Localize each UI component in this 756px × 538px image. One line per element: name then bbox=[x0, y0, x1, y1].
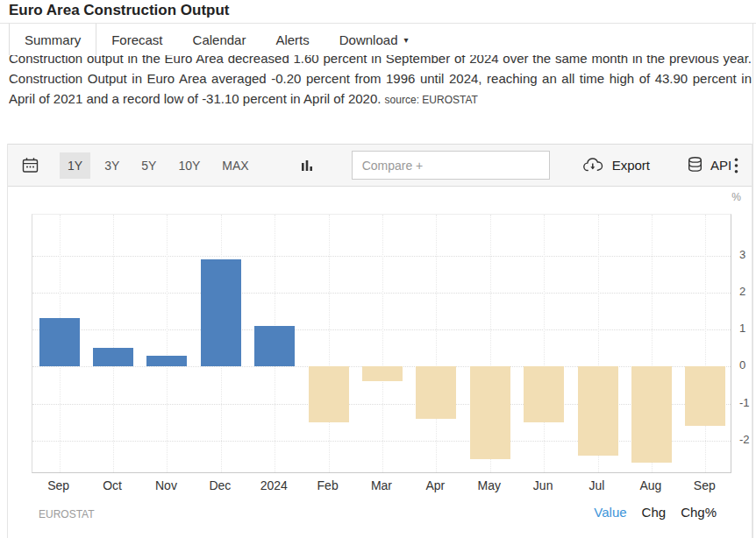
v-gridline bbox=[167, 215, 168, 472]
api-label: API bbox=[710, 158, 731, 173]
tab-bar: SummaryForecastCalendarAlertsDownload▾ bbox=[0, 24, 752, 55]
bar-feb[interactable] bbox=[309, 366, 349, 421]
range-button-max[interactable]: MAX bbox=[214, 152, 256, 179]
export-button[interactable]: Export bbox=[581, 157, 650, 173]
summary-text: Construction output in the Euro Area dec… bbox=[9, 55, 752, 106]
x-axis-label: Nov bbox=[139, 478, 193, 492]
v-gridline bbox=[544, 215, 545, 472]
page: Euro Area Construction Output SummaryFor… bbox=[0, 0, 756, 538]
tab-label: Summary bbox=[25, 32, 81, 47]
h-gridline bbox=[32, 293, 731, 294]
y-axis-tick: 0 bbox=[739, 358, 756, 372]
x-axis-label: Jun bbox=[516, 478, 569, 492]
kebab-menu-icon bbox=[734, 158, 738, 173]
h-gridline bbox=[32, 441, 731, 442]
chart-widget: 1Y3Y5Y10YMAX bbox=[7, 144, 752, 538]
tab-summary[interactable]: Summary bbox=[9, 24, 96, 55]
footer-link-chg[interactable]: Chg bbox=[642, 505, 667, 520]
v-gridline bbox=[436, 215, 437, 472]
tab-label: Alerts bbox=[275, 32, 309, 47]
bar-nov[interactable] bbox=[146, 356, 187, 367]
chart-type-button[interactable] bbox=[297, 155, 317, 175]
tab-calendar[interactable]: Calendar bbox=[178, 24, 261, 55]
bar-aug[interactable] bbox=[631, 366, 672, 463]
bar-may[interactable] bbox=[470, 366, 510, 459]
x-axis-label: Sep bbox=[678, 478, 731, 492]
chart-footer-links: ValueChgChg% bbox=[594, 505, 717, 520]
chart-area: % EUROSTAT ValueChgChg% 3210-1-2SepOctNo… bbox=[8, 187, 752, 536]
chart-source: EUROSTAT bbox=[39, 508, 95, 520]
column-chart-icon bbox=[299, 157, 315, 173]
calendar-icon bbox=[21, 156, 39, 174]
summary-paragraph: Construction output in the Euro Area dec… bbox=[9, 55, 752, 110]
bar-mar[interactable] bbox=[362, 366, 403, 381]
tab-label: Download bbox=[339, 32, 398, 47]
v-gridline bbox=[113, 215, 114, 472]
range-button-5y[interactable]: 5Y bbox=[133, 152, 164, 179]
tab-forecast[interactable]: Forecast bbox=[96, 24, 177, 55]
range-button-3y[interactable]: 3Y bbox=[96, 152, 127, 179]
x-axis-label: Apr bbox=[409, 478, 462, 492]
bar-apr[interactable] bbox=[416, 366, 456, 418]
database-icon bbox=[687, 156, 703, 174]
x-axis-label: Jul bbox=[570, 478, 624, 492]
source-label: source: bbox=[385, 94, 419, 106]
h-gridline bbox=[32, 329, 731, 330]
api-button[interactable]: API bbox=[687, 156, 731, 174]
bar-oct[interactable] bbox=[93, 348, 133, 366]
bar-sep[interactable] bbox=[39, 318, 80, 366]
tab-label: Forecast bbox=[111, 32, 162, 47]
h-gridline bbox=[32, 256, 731, 257]
export-label: Export bbox=[612, 158, 650, 173]
x-axis-label: 2024 bbox=[247, 478, 301, 492]
x-axis-label: Sep bbox=[32, 478, 85, 492]
panel-border bbox=[752, 24, 753, 538]
h-gridline bbox=[32, 404, 731, 405]
tab-alerts[interactable]: Alerts bbox=[260, 24, 324, 55]
bar-jun[interactable] bbox=[524, 366, 564, 421]
v-gridline bbox=[329, 215, 330, 472]
bar-2024[interactable] bbox=[254, 326, 295, 367]
tab-label: Calendar bbox=[193, 32, 246, 47]
bar-jul[interactable] bbox=[578, 366, 618, 455]
y-axis-tick: -2 bbox=[739, 433, 756, 446]
range-button-10y[interactable]: 10Y bbox=[170, 152, 208, 179]
y-axis-tick: -1 bbox=[739, 396, 756, 409]
y-axis-tick: 3 bbox=[739, 248, 756, 261]
compare-input[interactable] bbox=[352, 151, 550, 180]
range-button-1y[interactable]: 1Y bbox=[60, 152, 90, 179]
date-range-button[interactable] bbox=[19, 154, 41, 176]
x-axis-label: Feb bbox=[301, 478, 354, 492]
bar-sep[interactable] bbox=[685, 366, 725, 426]
summary-description: Construction output in the Euro Area dec… bbox=[9, 55, 752, 113]
footer-link-chg[interactable]: Chg% bbox=[681, 505, 717, 520]
source-value: EUROSTAT bbox=[422, 94, 478, 106]
v-gridline bbox=[705, 215, 706, 472]
x-axis-label: Oct bbox=[85, 478, 139, 492]
more-options-button[interactable] bbox=[732, 156, 740, 175]
x-axis-label: Mar bbox=[354, 478, 408, 492]
x-axis-label: Dec bbox=[193, 478, 246, 492]
chevron-down-icon: ▾ bbox=[403, 35, 408, 45]
y-axis-tick: 1 bbox=[739, 322, 756, 335]
chart-toolbar: 1Y3Y5Y10YMAX bbox=[8, 144, 752, 187]
footer-link-value[interactable]: Value bbox=[594, 505, 626, 520]
bar-dec[interactable] bbox=[201, 259, 241, 367]
y-axis-tick: 2 bbox=[739, 285, 756, 298]
tab-download[interactable]: Download▾ bbox=[325, 24, 424, 55]
v-gridline bbox=[382, 215, 383, 472]
cloud-download-icon bbox=[581, 157, 605, 173]
x-axis-label: Aug bbox=[624, 478, 677, 492]
page-title: Euro Area Construction Output bbox=[9, 2, 230, 19]
y-axis-unit: % bbox=[731, 191, 741, 203]
x-axis-label: May bbox=[462, 478, 516, 492]
plot-area bbox=[32, 214, 731, 473]
range-selector: 1Y3Y5Y10YMAX bbox=[60, 152, 257, 179]
